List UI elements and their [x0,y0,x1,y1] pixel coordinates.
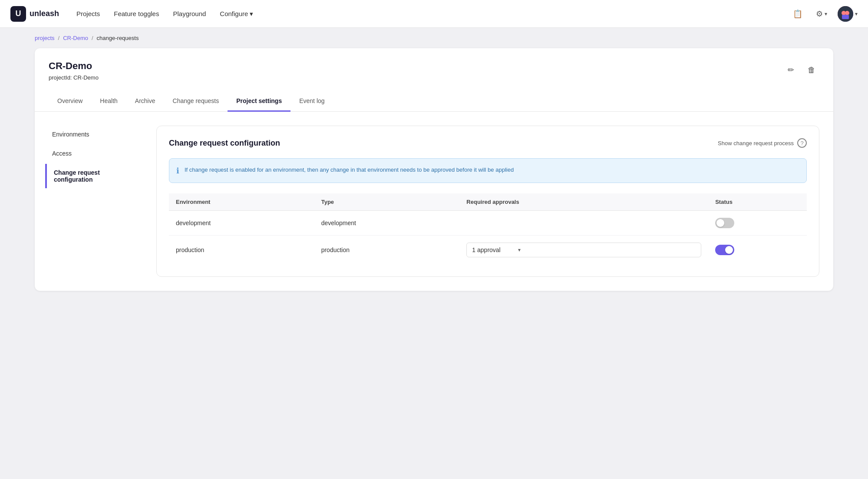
tab-health[interactable]: Health [91,91,126,112]
pencil-icon: ✏ [788,65,794,75]
approval-value: 1 approval [472,246,500,253]
content-area: Environments Access Change request confi… [35,112,833,291]
status-production [708,236,807,265]
tab-archive[interactable]: Archive [126,91,164,112]
info-text: If change request is enabled for an envi… [185,166,514,174]
project-name: CR-Demo [49,60,99,72]
help-link-label: Show change request process [718,140,794,146]
col-header-environment: Environment [169,193,314,211]
type-production: production [314,236,460,265]
help-circle-icon: ? [797,138,807,148]
toggle-development[interactable] [715,218,800,228]
breadcrumb-current: change-requests [97,35,139,41]
breadcrumb: projects / CR-Demo / change-requests [0,28,868,48]
section-header: Change request configuration Show change… [169,138,807,148]
approval-select[interactable]: 1 approval ▾ [466,243,701,257]
card-actions: ✏ 🗑 [783,60,819,78]
avatar-chevron-icon: ▾ [855,11,858,17]
col-header-type: Type [314,193,460,211]
tab-event-log[interactable]: Event log [290,91,333,112]
table-row: development development [169,211,807,236]
tab-project-settings[interactable]: Project settings [228,91,290,112]
navbar: U unleash Projects Feature toggles Playg… [0,0,868,28]
chevron-down-icon: ▾ [825,11,827,17]
settings-button[interactable]: ⚙ ▾ [812,7,831,20]
docs-icon: 📋 [793,9,802,19]
avatar [838,6,853,22]
env-production: production [169,236,314,265]
project-tabs: Overview Health Archive Change requests … [35,91,833,112]
navbar-actions: 📋 ⚙ ▾ ▾ [790,6,858,22]
status-development [708,211,807,236]
table-header-row: Environment Type Required approvals Stat… [169,193,807,211]
approvals-development [459,211,708,236]
toggle-production-switch[interactable] [715,245,734,255]
project-id: projectId: CR-Demo [49,74,99,81]
col-header-status: Status [708,193,807,211]
env-development: development [169,211,314,236]
delete-project-button[interactable]: 🗑 [804,62,819,78]
breadcrumb-sep-1: / [58,35,60,41]
info-icon: ℹ [176,166,179,176]
main-content: Change request configuration Show change… [156,112,833,291]
table-row: production production 1 approval ▾ [169,236,807,265]
svg-rect-3 [842,15,849,19]
toggle-development-switch[interactable] [715,218,734,228]
config-table: Environment Type Required approvals Stat… [169,193,807,264]
tab-overview[interactable]: Overview [49,91,91,112]
breadcrumb-sep-2: / [92,35,93,41]
trash-icon: 🗑 [808,66,815,75]
type-development: development [314,211,460,236]
card-header: CR-Demo projectId: CR-Demo ✏ 🗑 [35,48,833,81]
toggle-production[interactable] [715,245,800,255]
sidebar-item-environments[interactable]: Environments [45,126,146,143]
page-body: projects / CR-Demo / change-requests CR-… [0,28,868,479]
project-card: CR-Demo projectId: CR-Demo ✏ 🗑 Overview … [35,48,833,291]
settings-sidebar: Environments Access Change request confi… [35,112,156,291]
nav-link-playground[interactable]: Playground [173,10,206,18]
brand-logo: U [10,6,26,22]
gear-icon: ⚙ [816,9,823,19]
section-card: Change request configuration Show change… [156,126,819,277]
breadcrumb-projects[interactable]: projects [35,35,55,41]
svg-point-2 [845,11,849,15]
user-avatar-button[interactable]: ▾ [838,6,858,22]
section-title: Change request configuration [169,139,280,148]
project-info: CR-Demo projectId: CR-Demo [49,60,99,81]
docs-button[interactable]: 📋 [790,6,805,22]
nav-link-feature-toggles[interactable]: Feature toggles [114,10,159,18]
navbar-links: Projects Feature toggles Playground Conf… [76,10,790,18]
sidebar-item-change-request-configuration[interactable]: Change request configuration [45,164,146,188]
nav-link-configure[interactable]: Configure ▾ [220,10,253,18]
chevron-down-icon: ▾ [250,10,253,18]
chevron-down-icon: ▾ [518,247,521,253]
brand[interactable]: U unleash [10,6,59,22]
col-header-required-approvals: Required approvals [459,193,708,211]
info-box: ℹ If change request is enabled for an en… [169,158,807,183]
nav-link-projects[interactable]: Projects [76,10,100,18]
tab-change-requests[interactable]: Change requests [164,91,228,112]
approvals-production: 1 approval ▾ [459,236,708,265]
sidebar-item-access[interactable]: Access [45,145,146,162]
breadcrumb-cr-demo[interactable]: CR-Demo [63,35,88,41]
help-link[interactable]: Show change request process ? [718,138,807,148]
brand-name: unleash [30,9,59,18]
edit-project-button[interactable]: ✏ [783,62,799,78]
